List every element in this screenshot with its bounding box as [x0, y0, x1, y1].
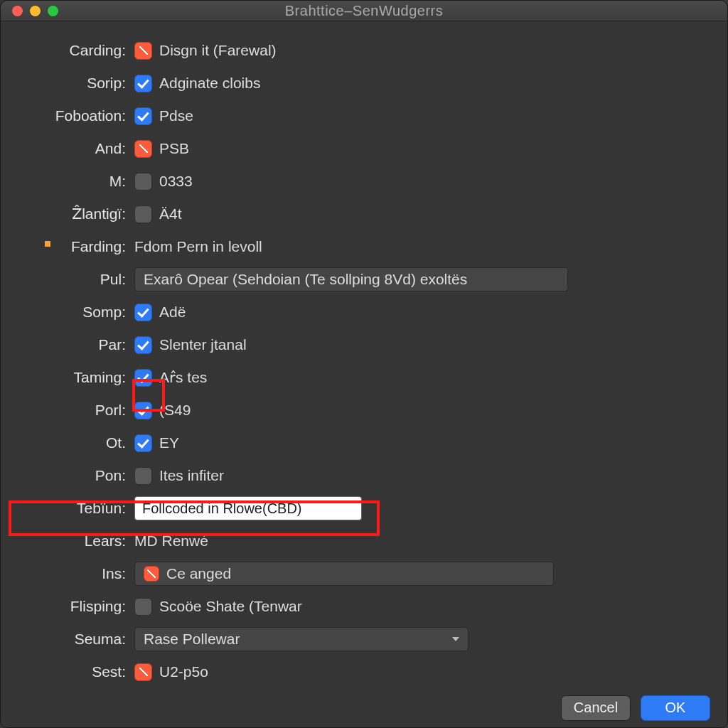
value-zlantigi: Ä4t [159, 205, 182, 223]
checkbox-taming[interactable] [134, 369, 152, 387]
label-somp: Somp: [1, 304, 134, 321]
label-porl: Porl: [1, 402, 134, 419]
value-porl: (S49 [159, 402, 191, 419]
row-ot: Ot. EY [1, 427, 706, 459]
row-taming: Taming: Ar̂s tes [1, 361, 706, 394]
row-ins: Ins: Ce anged [1, 557, 706, 590]
value-and: PSB [159, 140, 189, 157]
label-tebiun: Tebïun: [1, 500, 134, 517]
cancel-button[interactable]: Cancel [561, 695, 631, 721]
label-pon: Pon: [1, 467, 134, 484]
value-lears: MD Renwė [134, 532, 208, 550]
input-ins[interactable]: Ce anged [134, 562, 554, 586]
checkbox-porl[interactable] [134, 402, 152, 419]
value-sorip: Adginate cloibs [159, 75, 260, 92]
label-seuma: Seuma: [1, 631, 134, 648]
ok-button[interactable]: OK [641, 695, 710, 721]
checkbox-pon[interactable] [134, 467, 152, 485]
label-flisping: Flisping: [1, 598, 134, 615]
value-taming: Ar̂s tes [159, 369, 207, 386]
row-par: Par: Slenter jtanal [1, 328, 706, 361]
row-pul: Pul: Exarô Opear (Sehdoian (Te sollping … [1, 263, 706, 296]
row-foboation: Foboation: Pdse [1, 100, 706, 132]
label-m: M: [1, 173, 134, 190]
input-tebiun[interactable]: Follcoded in Rlowe(CBD) [134, 496, 362, 520]
label-foboation: Foboation: [1, 107, 134, 124]
preferences-window: Brahttice–SenWudgerrs Carding: Disgn it … [0, 0, 728, 728]
row-farding: Farding: Fdom Pern in levoll [1, 230, 706, 263]
maximize-icon[interactable] [48, 6, 58, 16]
value-foboation: Pdse [159, 107, 193, 124]
value-carding: Disgn it (Farewal) [159, 42, 277, 59]
row-seuma: Seuma: Rase Pollewar [1, 623, 706, 655]
minimize-icon[interactable] [30, 6, 41, 16]
checkbox-ot[interactable] [134, 434, 152, 452]
badge-icon [45, 241, 50, 247]
row-flisping: Flisping: Scoöe Shate (Tenwar [1, 590, 706, 623]
value-m: 0333 [159, 173, 193, 190]
label-lears: Lears: [1, 532, 134, 550]
row-lears: Lears: MD Renwė [1, 525, 706, 557]
checkbox-carding[interactable] [134, 42, 152, 60]
titlebar: Brahttice–SenWudgerrs [1, 1, 727, 21]
value-flisping: Scoöe Shate (Tenwar [159, 598, 302, 615]
value-par: Slenter jtanal [159, 336, 247, 353]
label-sorip: Sorip: [1, 75, 134, 92]
traffic-lights [1, 6, 58, 16]
row-sorip: Sorip: Adginate cloibs [1, 67, 706, 100]
dialog-footer: Cancel OK [1, 688, 727, 727]
row-pon: Pon: Ites infiter [1, 459, 706, 492]
checkbox-par[interactable] [134, 336, 152, 354]
label-par: Par: [1, 336, 134, 353]
checkbox-and[interactable] [134, 140, 152, 158]
row-somp: Somp: Adë [1, 296, 706, 328]
checkbox-zlantigi[interactable] [134, 205, 152, 223]
row-porl: Porl: (S49 [1, 394, 706, 427]
label-pul: Pul: [1, 271, 134, 288]
value-sest: U2-p5o [159, 663, 208, 680]
checkbox-foboation[interactable] [134, 107, 152, 125]
label-zlantigi: Ẑlantigï: [1, 205, 134, 223]
select-seuma[interactable]: Rase Pollewar [134, 627, 469, 651]
row-tebiun: Tebïun: Follcoded in Rlowe(CBD) [1, 492, 706, 525]
checkbox-sest[interactable] [134, 663, 152, 681]
label-farding: Farding: [1, 238, 134, 255]
checkbox-somp[interactable] [134, 304, 152, 321]
settings-form: Carding: Disgn it (Farewal) Sorip: Adgin… [1, 21, 727, 688]
close-icon[interactable] [12, 6, 23, 16]
label-and: And: [1, 140, 134, 157]
value-farding: Fdom Pern in levoll [134, 238, 262, 255]
row-and: And: PSB [1, 132, 706, 165]
checkbox-ins[interactable] [144, 566, 159, 582]
checkbox-flisping[interactable] [134, 598, 152, 616]
window-title: Brahttice–SenWudgerrs [1, 3, 727, 19]
row-m: M: 0333 [1, 165, 706, 198]
value-ot: EY [159, 434, 179, 451]
label-ins: Ins: [1, 565, 134, 582]
label-carding: Carding: [1, 42, 134, 59]
input-pul[interactable]: Exarô Opear (Sehdoian (Te sollping 8Vd) … [134, 267, 568, 291]
checkbox-m[interactable] [134, 173, 152, 191]
checkbox-sorip[interactable] [134, 75, 152, 92]
row-sest: Sest: U2-p5o [1, 655, 706, 688]
value-pon: Ites infiter [159, 467, 224, 484]
label-ot: Ot. [1, 434, 134, 451]
row-carding: Carding: Disgn it (Farewal) [1, 34, 706, 67]
row-zlantigi: Ẑlantigï: Ä4t [1, 198, 706, 230]
label-taming: Taming: [1, 369, 134, 386]
label-sest: Sest: [1, 663, 134, 680]
value-somp: Adë [159, 304, 186, 321]
